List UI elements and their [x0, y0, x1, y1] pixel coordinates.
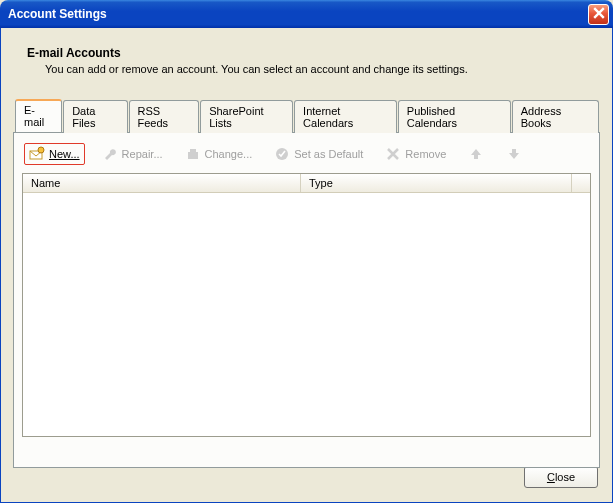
set-default-button: Set as Default — [269, 143, 368, 165]
tab-label: Data Files — [72, 105, 95, 129]
check-circle-icon — [274, 146, 290, 162]
column-label: Name — [31, 177, 60, 189]
tab-label: SharePoint Lists — [209, 105, 263, 129]
dialog-client: E-mail Accounts You can add or remove an… — [0, 28, 613, 503]
dialog-footer: Close — [524, 466, 598, 488]
page-title: E-mail Accounts — [27, 46, 600, 60]
toolbar-label: Change... — [205, 148, 253, 160]
column-label: Type — [309, 177, 333, 189]
window-title: Account Settings — [8, 7, 107, 21]
arrow-up-icon — [468, 146, 484, 162]
close-button[interactable]: Close — [524, 466, 598, 488]
toolbar-label: Set as Default — [294, 148, 363, 160]
tab-sharepoint-lists[interactable]: SharePoint Lists — [200, 100, 293, 133]
svg-rect-3 — [190, 149, 196, 152]
heading-block: E-mail Accounts You can add or remove an… — [27, 46, 600, 75]
toolbar-label: New... — [49, 148, 80, 160]
button-label: Close — [547, 471, 575, 483]
arrow-down-icon — [506, 146, 522, 162]
column-header-type[interactable]: Type — [301, 174, 572, 192]
page-description: You can add or remove an account. You ca… — [45, 63, 600, 75]
tab-published-calendars[interactable]: Published Calendars — [398, 100, 511, 133]
tab-rss-feeds[interactable]: RSS Feeds — [129, 100, 200, 133]
new-button[interactable]: New... — [24, 143, 85, 165]
tab-address-books[interactable]: Address Books — [512, 100, 599, 133]
close-icon — [593, 7, 605, 21]
tab-label: Address Books — [521, 105, 561, 129]
tab-strip: E-mail Data Files RSS Feeds SharePoint L… — [13, 99, 600, 132]
tab-label: RSS Feeds — [138, 105, 169, 129]
remove-icon — [385, 146, 401, 162]
move-down-button — [501, 143, 527, 165]
move-up-button — [463, 143, 489, 165]
toolbar: New... Repair... Change... Set as Defaul… — [22, 143, 591, 173]
toolbar-label: Remove — [405, 148, 446, 160]
tab-email[interactable]: E-mail — [15, 99, 62, 132]
remove-button: Remove — [380, 143, 451, 165]
svg-point-1 — [38, 147, 44, 153]
tab-label: Internet Calendars — [303, 105, 353, 129]
repair-button: Repair... — [97, 143, 168, 165]
column-header-spacer — [572, 174, 590, 192]
toolbar-label: Repair... — [122, 148, 163, 160]
change-icon — [185, 146, 201, 162]
tab-data-files[interactable]: Data Files — [63, 100, 127, 133]
account-list[interactable]: Name Type — [22, 173, 591, 437]
repair-icon — [102, 146, 118, 162]
tab-internet-calendars[interactable]: Internet Calendars — [294, 100, 397, 133]
new-mail-icon — [29, 146, 45, 162]
window-close-button[interactable] — [588, 4, 609, 25]
titlebar: Account Settings — [0, 0, 613, 28]
tab-label: E-mail — [24, 104, 44, 128]
tab-panel: New... Repair... Change... Set as Defaul… — [13, 132, 600, 468]
column-header-row: Name Type — [23, 174, 590, 193]
column-header-name[interactable]: Name — [23, 174, 301, 192]
tab-label: Published Calendars — [407, 105, 457, 129]
svg-rect-2 — [188, 152, 198, 159]
change-button: Change... — [180, 143, 258, 165]
